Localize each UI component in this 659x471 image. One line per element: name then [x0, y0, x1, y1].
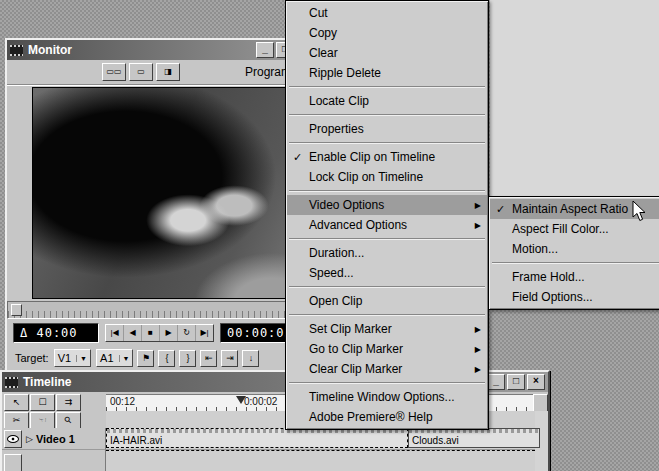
submenu-arrow-icon: ▶: [475, 216, 481, 236]
menu-separator: [289, 382, 485, 384]
menu-item-lock-clip[interactable]: Lock Clip on Timeline: [287, 167, 487, 187]
mark-out-icon[interactable]: }: [179, 350, 196, 367]
check-icon: ✓: [293, 147, 302, 167]
menu-item-ripple-delete[interactable]: Ripple Delete: [287, 63, 487, 83]
menu-item-go-to-clip-marker[interactable]: Go to Clip Marker ▶: [287, 339, 487, 359]
minimize-button[interactable]: _: [487, 374, 505, 390]
menu-item-cut[interactable]: Cut: [287, 3, 487, 23]
menu-item-frame-hold[interactable]: Frame Hold...: [490, 267, 659, 287]
menu-item-premiere-help[interactable]: Adobe Premiere® Help: [287, 407, 487, 427]
monitor-titlebar[interactable]: Monitor _ □ ×: [7, 40, 317, 60]
next-track-row: [2, 450, 535, 471]
clip-label: IA-HAIR.avi: [110, 435, 162, 446]
track-select-tool-icon[interactable]: ⇉: [56, 394, 81, 411]
previous-edit-icon[interactable]: ⇤: [200, 350, 217, 367]
hand-tool-icon[interactable]: ☜: [30, 412, 55, 429]
go-to-out-button[interactable]: ▶|: [196, 325, 213, 341]
menu-item-aspect-fill-color[interactable]: Aspect Fill Color...: [490, 219, 659, 239]
filmstrip-icon: [5, 377, 18, 388]
menu-item-timeline-window-options[interactable]: Timeline Window Options...: [287, 387, 487, 407]
maximize-button[interactable]: □: [507, 374, 525, 390]
menu-separator: [289, 86, 485, 88]
menu-item-clear[interactable]: Clear: [287, 43, 487, 63]
menu-item-maintain-aspect-ratio[interactable]: ✓ Maintain Aspect Ratio: [490, 199, 659, 219]
menu-item-locate-clip[interactable]: Locate Clip: [287, 91, 487, 111]
next-edit-icon[interactable]: ⇥: [221, 350, 238, 367]
loop-button[interactable]: ↻: [178, 325, 196, 341]
play-button[interactable]: ▶: [160, 325, 178, 341]
range-select-tool-icon[interactable]: ☐: [30, 394, 55, 411]
timeline-title: Timeline: [23, 375, 71, 389]
menu-separator: [492, 262, 659, 264]
scrubber-bar[interactable]: [7, 301, 317, 319]
submenu-arrow-icon: ▶: [475, 196, 481, 216]
video1-track-row: ▷ Video 1 IA-HAIR.avi Clouds.avi: [2, 428, 535, 450]
menu-separator: [289, 114, 485, 116]
close-button[interactable]: ×: [527, 374, 545, 390]
insert-icon[interactable]: ↓: [242, 350, 259, 367]
menu-item-set-clip-marker[interactable]: Set Clip Marker ▶: [287, 319, 487, 339]
video1-track-header: ▷ Video 1: [2, 428, 106, 450]
go-to-in-button[interactable]: |◀: [106, 325, 124, 341]
submenu-arrow-icon: ▶: [475, 320, 481, 340]
menu-item-open-clip[interactable]: Open Clip: [287, 291, 487, 311]
chevron-down-icon: ▼: [119, 355, 130, 362]
scrubber-thumb[interactable]: [11, 304, 22, 316]
trim-view-icon[interactable]: ◨: [156, 63, 180, 81]
dual-view-icon[interactable]: ▭▭: [102, 63, 126, 81]
ruler-label: 0:00:02: [244, 396, 277, 407]
menu-separator: [289, 142, 485, 144]
menu-separator: [289, 190, 485, 192]
menu-item-motion[interactable]: Motion...: [490, 239, 659, 259]
premiere-desktop: Monitor _ □ × ▭▭ ▭ ◨ Program Δ 40:00 |◀ …: [0, 0, 659, 471]
menu-item-clear-clip-marker[interactable]: Clear Clip Marker ▶: [287, 359, 487, 379]
track-icon-box[interactable]: [4, 454, 22, 471]
menu-item-video-options[interactable]: Video Options ▶: [287, 195, 487, 215]
monitor-window: Monitor _ □ × ▭▭ ▭ ◨ Program Δ 40:00 |◀ …: [5, 38, 319, 374]
monitor-title: Monitor: [28, 43, 72, 57]
next-track-content: [106, 450, 535, 471]
video-target-select[interactable]: V1 ▼: [54, 349, 91, 367]
single-view-icon[interactable]: ▭: [129, 63, 153, 81]
track-visibility-toggle[interactable]: [4, 430, 22, 448]
menu-item-enable-clip[interactable]: ✓ Enable Clip on Timeline: [287, 147, 487, 167]
marker-menu-icon[interactable]: ⚑: [137, 350, 154, 367]
clip-label: Clouds.avi: [412, 435, 459, 446]
menu-item-copy[interactable]: Copy: [287, 23, 487, 43]
clip-hair[interactable]: IA-HAIR.avi: [106, 428, 408, 448]
mark-in-icon[interactable]: {: [158, 350, 175, 367]
target-row: Target: V1 ▼ A1 ▼ ⚑ { } ⇤ ⇥ ↓: [7, 345, 317, 369]
selection-tool-icon[interactable]: ↖: [4, 394, 29, 411]
menu-item-advanced-options[interactable]: Advanced Options ▶: [287, 215, 487, 235]
video1-track-content: IA-HAIR.avi Clouds.avi: [106, 428, 535, 450]
step-back-button[interactable]: ◀: [124, 325, 142, 341]
timeline-toolbox: ↖ ☐ ⇉ ✂ ☜ ⚲ ⊢ ⊣: [4, 394, 106, 428]
menu-separator: [289, 286, 485, 288]
clip-context-menu: Cut Copy Clear Ripple Delete Locate Clip…: [285, 0, 489, 430]
menu-item-speed[interactable]: Speed...: [287, 263, 487, 283]
zoom-tool-icon[interactable]: ⚲: [56, 412, 81, 429]
menu-item-duration[interactable]: Duration...: [287, 243, 487, 263]
eye-icon: [7, 435, 19, 443]
razor-tool-icon[interactable]: ✂: [4, 412, 29, 429]
menu-separator: [289, 314, 485, 316]
audio-target-select[interactable]: A1 ▼: [96, 349, 133, 367]
minimize-button[interactable]: _: [256, 42, 274, 58]
duration-display: Δ 40:00: [13, 323, 99, 343]
program-video-frame[interactable]: [32, 87, 306, 299]
transport-controls: Δ 40:00 |◀ ◀ ■ ▶ ↻ ▶| 00:00:03: [7, 319, 317, 345]
stop-button[interactable]: ■: [142, 325, 160, 341]
clip-clouds[interactable]: Clouds.avi: [408, 428, 540, 448]
menu-item-field-options[interactable]: Field Options...: [490, 287, 659, 307]
track-name: Video 1: [36, 433, 75, 445]
current-time-indicator[interactable]: [236, 396, 246, 404]
target-label: Target:: [15, 352, 49, 364]
monitor-mode-row: ▭▭ ▭ ◨ Program: [7, 60, 317, 85]
background-panel: [490, 0, 659, 196]
chevron-down-icon: ▼: [76, 355, 87, 362]
next-track-header: [2, 450, 106, 471]
menu-separator: [289, 238, 485, 240]
expand-track-icon[interactable]: ▷: [26, 434, 33, 444]
menu-item-properties[interactable]: Properties: [287, 119, 487, 139]
filmstrip-icon: [10, 45, 23, 56]
